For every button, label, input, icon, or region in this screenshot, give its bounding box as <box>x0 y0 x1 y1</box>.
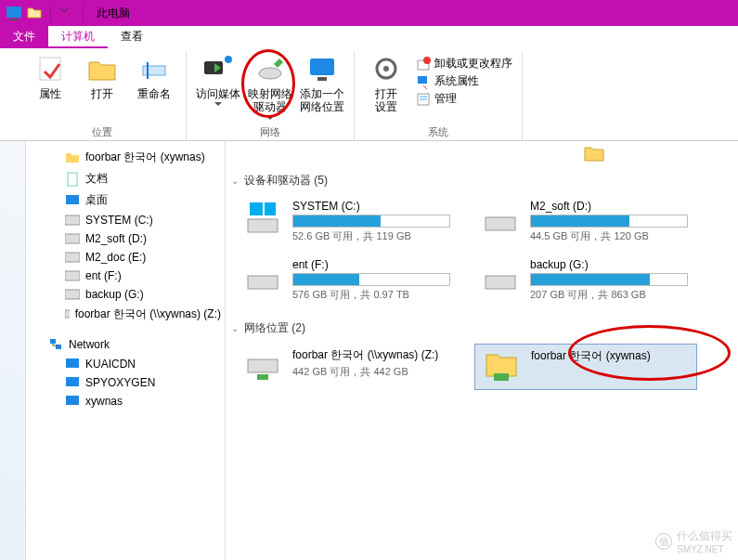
svg-rect-3 <box>143 66 165 75</box>
network-icon <box>48 337 63 352</box>
tree-system-c[interactable]: SYSTEM (C:) <box>26 211 225 229</box>
settings-icon <box>372 52 400 85</box>
drive-system-c[interactable]: SYSTEM (C:) 52.6 GB 可用，共 119 GB <box>237 196 460 247</box>
tab-file[interactable]: 文件 <box>0 26 48 48</box>
main-panel: ⌄ 设备和驱动器 (5) SYSTEM (C:) 52.6 GB 可用，共 11… <box>226 141 738 560</box>
tree-network[interactable]: Network <box>26 334 225 355</box>
tree-foorbar[interactable]: foorbar 한국어 (xywnas) <box>26 147 225 168</box>
access-media-button[interactable]: 访问媒体 <box>196 52 240 107</box>
chevron-down-icon: ⌄ <box>231 176 239 186</box>
left-rail <box>0 141 26 560</box>
group-location: 属性 打开 重命名 位置 <box>19 52 187 140</box>
drive-icon <box>65 215 80 226</box>
svg-rect-20 <box>65 215 80 225</box>
qat-separator-2 <box>83 5 84 21</box>
drive-icon <box>65 289 80 300</box>
tree-foorbarz[interactable]: foorbar 한국어 (\\xywnas) (Z:) <box>26 304 225 325</box>
folder-icon <box>27 6 42 20</box>
tree-entf[interactable]: ent (F:) <box>26 267 225 285</box>
tree-m2soft[interactable]: M2_soft (D:) <box>26 229 225 248</box>
svg-rect-35 <box>486 217 515 230</box>
svg-rect-21 <box>65 234 80 243</box>
tree-m2doc[interactable]: M2_doc (E:) <box>26 248 225 267</box>
ribbon-tabs: 文件 计算机 查看 <box>0 26 738 48</box>
properties-button[interactable]: 属性 <box>28 52 72 100</box>
svg-rect-23 <box>65 271 80 280</box>
map-drive-icon <box>255 52 285 85</box>
svg-rect-8 <box>310 59 334 75</box>
tree-kuaicdn[interactable]: KUAICDN <box>26 355 225 373</box>
uninstall-icon <box>416 57 431 72</box>
windows-drive-icon <box>240 200 285 237</box>
svg-rect-37 <box>486 276 515 289</box>
svg-rect-36 <box>248 276 278 289</box>
svg-rect-31 <box>66 396 79 405</box>
chevron-down-icon <box>266 116 274 121</box>
drive-icon <box>65 252 80 263</box>
manage-button[interactable]: 管理 <box>416 91 512 107</box>
drive-m2soft[interactable]: M2_soft (D:) 44.5 GB 可用，共 120 GB <box>474 196 697 247</box>
svg-rect-38 <box>248 359 278 372</box>
watermark-badge: 值 <box>655 533 672 550</box>
svg-point-11 <box>383 66 389 72</box>
open-button[interactable]: 打开 <box>80 52 124 100</box>
tab-computer[interactable]: 计算机 <box>48 26 108 48</box>
group-location-label: 位置 <box>92 124 112 140</box>
svg-rect-19 <box>66 195 79 204</box>
properties-icon <box>37 52 63 85</box>
drive-icon <box>240 258 285 295</box>
preview-thumb <box>229 145 734 162</box>
svg-rect-24 <box>65 290 80 299</box>
watermark: 值 什么值得买 SMYZ.NET <box>655 528 732 554</box>
tab-view[interactable]: 查看 <box>108 26 156 48</box>
svg-rect-27 <box>50 339 56 344</box>
usage-bar <box>292 273 450 286</box>
uninstall-button[interactable]: 卸载或更改程序 <box>416 56 512 72</box>
folder-icon <box>65 150 80 165</box>
tree-spyoxygen[interactable]: SPYOXYGEN <box>26 373 225 392</box>
computer-icon <box>65 376 80 389</box>
sysprops-icon <box>416 74 431 89</box>
svg-rect-40 <box>494 373 509 381</box>
group-system: 打开设置 卸载或更改程序 系统属性 管理 系统 <box>355 52 523 140</box>
system-icon <box>6 6 21 20</box>
qat-separator <box>50 5 51 21</box>
devices-header[interactable]: ⌄ 设备和驱动器 (5) <box>229 169 734 192</box>
drive-entf[interactable]: ent (F:) 576 GB 可用，共 0.97 TB <box>237 254 460 306</box>
svg-rect-33 <box>250 202 263 215</box>
computer-icon <box>65 358 80 371</box>
media-icon <box>202 52 234 85</box>
svg-rect-0 <box>6 7 21 18</box>
rename-button[interactable]: 重命名 <box>132 52 176 100</box>
svg-rect-25 <box>65 310 70 318</box>
group-network: 访问媒体 映射网络驱动器 添加一个网络位置 网络 <box>187 52 355 140</box>
svg-rect-29 <box>66 358 79 368</box>
svg-rect-34 <box>265 202 276 215</box>
drive-icon <box>478 200 523 237</box>
dropdown-icon[interactable] <box>59 6 74 20</box>
manage-icon <box>416 92 431 107</box>
usage-bar <box>292 215 450 228</box>
group-system-label: 系统 <box>428 124 448 140</box>
system-properties-button[interactable]: 系统属性 <box>416 73 512 89</box>
computer-icon <box>65 395 80 408</box>
open-icon <box>87 52 117 85</box>
svg-rect-39 <box>257 374 268 380</box>
netloc-foorbar-z[interactable]: foorbar 한국어 (\\xywnas) (Z:) 442 GB 可用，共 … <box>237 344 460 390</box>
chevron-down-icon: ⌄ <box>231 323 239 333</box>
tree-desktop[interactable]: 桌面 <box>26 189 225 211</box>
tree-backupg[interactable]: backup (G:) <box>26 285 225 304</box>
map-drive-button[interactable]: 映射网络驱动器 <box>248 52 292 121</box>
drive-backupg[interactable]: backup (G:) 207 GB 可用，共 863 GB <box>474 254 697 306</box>
tree-xywnas[interactable]: xywnas <box>26 392 225 410</box>
open-settings-button[interactable]: 打开设置 <box>364 52 408 114</box>
tree-documents[interactable]: 文档 <box>26 168 225 189</box>
content-area: foorbar 한국어 (xywnas) 文档 桌面 SYSTEM (C:) M… <box>0 141 738 560</box>
netloc-header[interactable]: ⌄ 网络位置 (2) <box>229 317 734 340</box>
netloc-foorbar-xywnas[interactable]: foorbar 한국어 (xywnas) <box>474 344 697 390</box>
svg-rect-9 <box>317 77 327 81</box>
netdrive-icon <box>65 309 70 320</box>
add-network-location-button[interactable]: 添加一个网络位置 <box>300 52 344 114</box>
svg-rect-30 <box>66 377 79 386</box>
svg-rect-18 <box>68 173 77 186</box>
